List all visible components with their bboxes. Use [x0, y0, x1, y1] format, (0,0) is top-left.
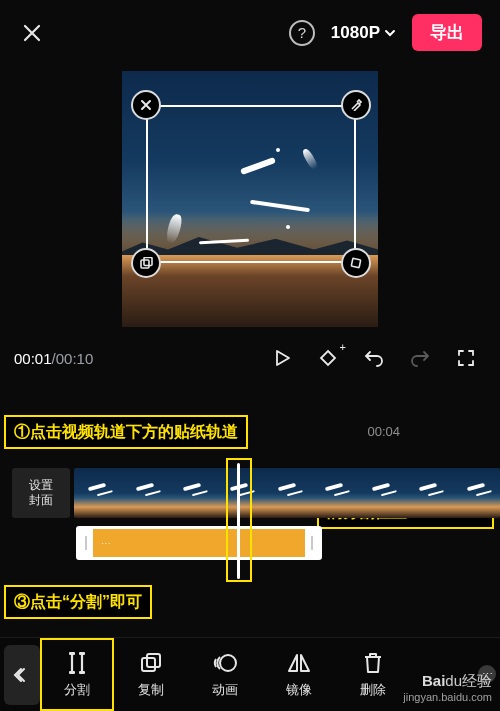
- tool-delete[interactable]: 删除: [336, 638, 410, 711]
- video-thumbnails[interactable]: [74, 468, 500, 518]
- preview-canvas[interactable]: [122, 71, 378, 327]
- clip-right-handle[interactable]: [305, 529, 319, 557]
- help-icon[interactable]: ?: [289, 20, 315, 46]
- annotation-highlight-playhead: [226, 458, 252, 582]
- tool-animation[interactable]: 动画: [188, 638, 262, 711]
- video-thumb: [169, 468, 216, 518]
- trash-icon: [362, 650, 384, 676]
- tool-label: 复制: [138, 681, 164, 699]
- keyframe-button[interactable]: [308, 343, 348, 373]
- play-button[interactable]: [262, 343, 302, 373]
- animation-icon: [212, 650, 238, 676]
- fullscreen-button[interactable]: [446, 343, 486, 373]
- set-cover-button[interactable]: 设置 封面: [12, 468, 70, 518]
- sticker-clip[interactable]: ⋯: [76, 526, 322, 560]
- edit-handle[interactable]: [341, 90, 371, 120]
- export-button[interactable]: 导出: [412, 14, 482, 51]
- video-thumb: [405, 468, 452, 518]
- resolution-label: 1080P: [331, 23, 380, 43]
- tool-mirror[interactable]: 镜像: [262, 638, 336, 711]
- svg-rect-6: [79, 671, 85, 674]
- video-thumb: [121, 468, 168, 518]
- svg-rect-0: [141, 260, 149, 268]
- back-button[interactable]: [4, 645, 40, 705]
- svg-rect-7: [142, 658, 155, 671]
- more-tools-button[interactable]: ⋯: [478, 665, 496, 683]
- tool-copy[interactable]: 复制: [114, 638, 188, 711]
- annotation-step-3: ③点击“分割”即可: [4, 585, 152, 619]
- redo-button[interactable]: [400, 343, 440, 373]
- video-thumb: [453, 468, 500, 518]
- sticker-track[interactable]: ⋯: [76, 526, 500, 560]
- svg-rect-5: [69, 671, 75, 674]
- chevron-down-icon: [384, 27, 396, 39]
- scale-rotate-handle[interactable]: [341, 248, 371, 278]
- bottom-toolbar: 分割 复制 动画 镜像 删除 ⋯: [0, 637, 500, 711]
- svg-rect-4: [79, 652, 85, 655]
- svg-rect-1: [144, 257, 152, 265]
- close-icon[interactable]: [18, 19, 46, 47]
- tool-label: 分割: [64, 681, 90, 699]
- clip-body[interactable]: ⋯: [93, 529, 305, 557]
- tool-split[interactable]: 分割: [40, 638, 114, 711]
- svg-rect-8: [147, 654, 160, 667]
- clip-left-handle[interactable]: [79, 529, 93, 557]
- tool-label: 镜像: [286, 681, 312, 699]
- timecode: 00:01/00:10: [14, 350, 93, 367]
- video-thumb: [358, 468, 405, 518]
- copy-handle[interactable]: [131, 248, 161, 278]
- ruler-tick: 00:04: [367, 424, 400, 439]
- undo-button[interactable]: [354, 343, 394, 373]
- tool-label: 删除: [360, 681, 386, 699]
- split-icon: [64, 650, 90, 676]
- video-thumb: [263, 468, 310, 518]
- video-thumb: [74, 468, 121, 518]
- mirror-icon: [286, 650, 312, 676]
- resolution-button[interactable]: 1080P: [331, 23, 396, 43]
- svg-point-9: [220, 655, 236, 671]
- annotation-step-1: ①点击视频轨道下方的贴纸轨道: [4, 415, 248, 449]
- svg-rect-2: [351, 258, 360, 267]
- selection-frame[interactable]: [146, 105, 356, 263]
- tool-label: 动画: [212, 681, 238, 699]
- delete-handle[interactable]: [131, 90, 161, 120]
- copy-icon: [139, 650, 163, 676]
- video-thumb: [311, 468, 358, 518]
- svg-rect-3: [69, 652, 75, 655]
